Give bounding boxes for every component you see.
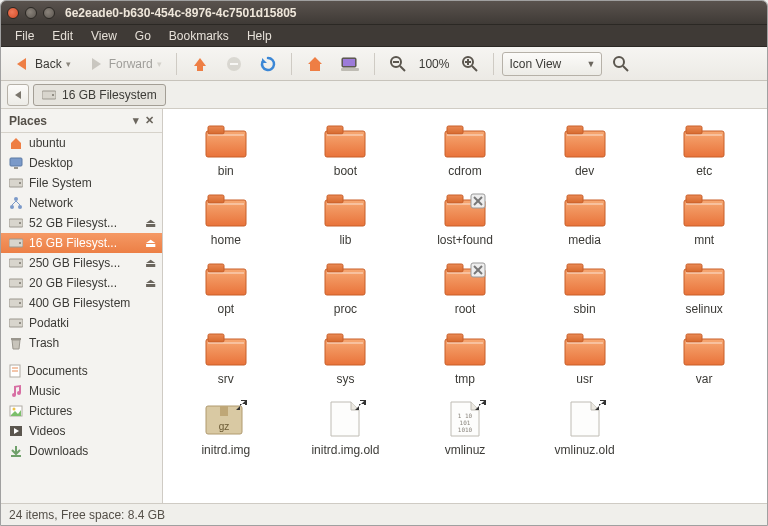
window-maximize-button[interactable] bbox=[43, 7, 55, 19]
folder-icon bbox=[441, 331, 489, 369]
sidebar-item[interactable]: Podatki bbox=[1, 313, 162, 333]
file-item[interactable]: sys bbox=[290, 331, 400, 386]
file-item[interactable]: tmp bbox=[410, 331, 520, 386]
window-title: 6e2eade0-b630-454c-8976-4c7501d15805 bbox=[65, 6, 297, 20]
sidebar-item-label: 250 GB Filesys... bbox=[29, 256, 139, 270]
file-item[interactable]: lost+found bbox=[410, 192, 520, 247]
svg-point-24 bbox=[614, 57, 624, 67]
sidebar-item-label: Trash bbox=[29, 336, 156, 350]
file-item-label: sbin bbox=[574, 303, 596, 316]
file-item[interactable]: usr bbox=[530, 331, 640, 386]
forward-menu-chevron-icon: ▾ bbox=[157, 59, 162, 69]
sidebar-item[interactable]: 20 GB Filesyst...⏏ bbox=[1, 273, 162, 293]
sidebar-item[interactable]: File System bbox=[1, 173, 162, 193]
back-button[interactable]: Back ▾ bbox=[7, 52, 77, 76]
path-history-back[interactable] bbox=[7, 84, 29, 106]
sidebar-item[interactable]: 250 GB Filesys...⏏ bbox=[1, 253, 162, 273]
up-arrow-icon bbox=[191, 55, 209, 73]
folder-icon bbox=[680, 192, 728, 230]
eject-icon[interactable]: ⏏ bbox=[145, 236, 156, 250]
sidebar-item[interactable]: Documents bbox=[1, 361, 162, 381]
file-item[interactable]: selinux bbox=[649, 261, 759, 316]
toolbar-separator bbox=[374, 53, 375, 75]
reload-button[interactable] bbox=[253, 52, 283, 76]
zoom-in-button[interactable] bbox=[455, 52, 485, 76]
svg-point-44 bbox=[19, 302, 21, 304]
sidebar-item[interactable]: Videos bbox=[1, 421, 162, 441]
computer-button[interactable] bbox=[334, 52, 366, 76]
eject-icon[interactable]: ⏏ bbox=[145, 216, 156, 230]
menu-file[interactable]: File bbox=[7, 27, 42, 45]
file-item[interactable]: vmlinuz.old bbox=[530, 400, 640, 457]
eject-icon[interactable]: ⏏ bbox=[145, 276, 156, 290]
stop-button[interactable] bbox=[219, 52, 249, 76]
file-item[interactable]: cdrom bbox=[410, 123, 520, 178]
file-item-label: cdrom bbox=[448, 165, 481, 178]
sidebar-item[interactable]: Music bbox=[1, 381, 162, 401]
sidebar-item[interactable]: Desktop bbox=[1, 153, 162, 173]
eject-icon[interactable]: ⏏ bbox=[145, 256, 156, 270]
file-item[interactable]: initrd.img bbox=[171, 400, 281, 457]
file-item[interactable]: proc bbox=[290, 261, 400, 316]
file-item[interactable]: sbin bbox=[530, 261, 640, 316]
sidebar-item[interactable]: 16 GB Filesyst...⏏ bbox=[1, 233, 162, 253]
window-close-button[interactable] bbox=[7, 7, 19, 19]
sidebar-item[interactable]: Network bbox=[1, 193, 162, 213]
stop-icon bbox=[225, 55, 243, 73]
view-mode-combobox[interactable]: Icon View ▼ bbox=[502, 52, 602, 76]
file-item[interactable]: media bbox=[530, 192, 640, 247]
status-text: 24 items, Free space: 8.4 GB bbox=[9, 508, 165, 522]
file-item[interactable]: bin bbox=[171, 123, 281, 178]
places-close-icon[interactable]: ✕ bbox=[145, 114, 154, 127]
file-item[interactable]: srv bbox=[171, 331, 281, 386]
file-item-label: home bbox=[211, 234, 241, 247]
file-item-label: lost+found bbox=[437, 234, 493, 247]
zoom-out-button[interactable] bbox=[383, 52, 413, 76]
places-list[interactable]: ubuntuDesktopFile SystemNetwork52 GB Fil… bbox=[1, 133, 162, 503]
file-item[interactable]: var bbox=[649, 331, 759, 386]
sidebar-item-label: 52 GB Filesyst... bbox=[29, 216, 139, 230]
music-icon bbox=[9, 384, 23, 398]
file-item[interactable]: initrd.img.old bbox=[290, 400, 400, 457]
file-item[interactable]: mnt bbox=[649, 192, 759, 247]
path-segment[interactable]: 16 GB Filesystem bbox=[33, 84, 166, 106]
svg-rect-47 bbox=[11, 338, 21, 340]
toolbar-separator bbox=[176, 53, 177, 75]
window-minimize-button[interactable] bbox=[25, 7, 37, 19]
menu-view[interactable]: View bbox=[83, 27, 125, 45]
file-item[interactable]: vmlinuz bbox=[410, 400, 520, 457]
home-button[interactable] bbox=[300, 52, 330, 76]
sidebar-item[interactable]: Downloads bbox=[1, 441, 162, 461]
back-arrow-icon bbox=[13, 55, 31, 73]
menu-go[interactable]: Go bbox=[127, 27, 159, 45]
svg-point-52 bbox=[13, 408, 16, 411]
file-item[interactable]: dev bbox=[530, 123, 640, 178]
menu-edit[interactable]: Edit bbox=[44, 27, 81, 45]
menu-bookmarks[interactable]: Bookmarks bbox=[161, 27, 237, 45]
places-chevron-down-icon[interactable]: ▾ bbox=[133, 114, 139, 127]
statusbar: 24 items, Free space: 8.4 GB bbox=[1, 503, 767, 525]
file-item[interactable]: lib bbox=[290, 192, 400, 247]
search-button[interactable] bbox=[606, 52, 636, 76]
sidebar-item[interactable]: Pictures bbox=[1, 401, 162, 421]
sidebar-item[interactable]: ubuntu bbox=[1, 133, 162, 153]
sidebar-item[interactable]: 400 GB Filesystem bbox=[1, 293, 162, 313]
svg-point-42 bbox=[19, 282, 21, 284]
file-item[interactable]: boot bbox=[290, 123, 400, 178]
sidebar-item-label: Podatki bbox=[29, 316, 156, 330]
svg-point-46 bbox=[19, 322, 21, 324]
file-item[interactable]: opt bbox=[171, 261, 281, 316]
file-item[interactable]: etc bbox=[649, 123, 759, 178]
folder-icon bbox=[321, 123, 369, 161]
sidebar-item[interactable]: 52 GB Filesyst...⏏ bbox=[1, 213, 162, 233]
forward-button[interactable]: Forward ▾ bbox=[81, 52, 168, 76]
svg-rect-29 bbox=[14, 167, 18, 169]
sidebar-item[interactable]: Trash bbox=[1, 333, 162, 353]
file-item-label: srv bbox=[218, 373, 234, 386]
folder-icon bbox=[321, 261, 369, 299]
go-up-button[interactable] bbox=[185, 52, 215, 76]
menu-help[interactable]: Help bbox=[239, 27, 280, 45]
file-panel[interactable]: binbootcdromdevetchomeliblost+foundmedia… bbox=[163, 109, 767, 503]
file-item[interactable]: home bbox=[171, 192, 281, 247]
file-item[interactable]: root bbox=[410, 261, 520, 316]
